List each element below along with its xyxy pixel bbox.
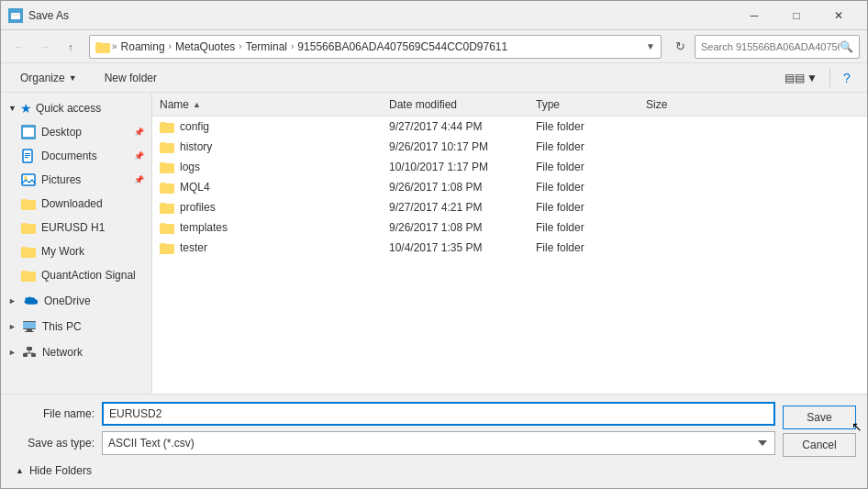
close-button[interactable]: ✕ [818,1,860,30]
svg-rect-6 [25,157,28,158]
search-input[interactable] [701,41,840,52]
svg-rect-15 [31,353,36,357]
sidebar-item-quantaction[interactable]: QuantAction Signal [1,263,151,287]
eurusd-folder-icon [21,221,36,234]
organize-button[interactable]: Organize ▼ [10,67,87,89]
maximize-button[interactable]: □ [775,1,818,30]
svg-rect-7 [22,174,35,185]
breadcrumb-folder-icon [95,40,110,53]
file-name-cell: tester [152,241,382,254]
table-row[interactable]: history 9/26/2017 10:17 PM File folder [152,137,867,157]
column-size[interactable]: Size [639,98,867,111]
pin-icon: 📌 [134,128,144,137]
file-name-cell: config [152,120,382,133]
new-folder-button[interactable]: New folder [95,67,167,89]
sidebar: ▼ ★ Quick access Desktop 📌 Documents [1,93,152,394]
sidebar-header-quick-access[interactable]: ▼ ★ Quick access [1,96,151,120]
forward-button[interactable]: → [34,36,56,58]
back-button[interactable]: ← [8,36,30,58]
up-button[interactable]: ↑ [60,36,82,58]
file-type-cell: File folder [529,241,639,254]
pin-icon-docs: 📌 [134,151,144,161]
breadcrumb-guid[interactable]: 915566BA06ADA407569C544CC0D97611 [295,40,509,53]
sidebar-item-pictures[interactable]: Pictures 📌 [1,168,151,192]
help-button[interactable]: ? [836,67,858,89]
sidebar-item-eurusd[interactable]: EURUSD H1 [1,216,151,239]
quantaction-folder-icon [21,269,36,282]
sidebar-item-onedrive[interactable]: ► OneDrive [1,289,151,313]
file-name-cell: templates [152,221,382,234]
quick-access-label: Quick access [36,102,101,115]
svg-rect-13 [27,347,32,350]
svg-rect-11 [27,329,32,331]
filename-input[interactable] [102,402,775,426]
sidebar-section-network: ► Network [1,340,151,364]
file-date-cell: 10/10/2017 1:17 PM [382,161,529,173]
svg-rect-14 [23,353,28,357]
file-date-cell: 10/4/2017 1:35 PM [382,241,529,254]
file-list-body: config 9/27/2017 4:44 PM File folder his… [152,117,867,394]
sidebar-section-onedrive: ► OneDrive [1,289,151,313]
file-date-cell: 9/27/2017 4:21 PM [382,201,529,214]
window-icon [8,8,23,23]
pictures-icon [21,172,36,187]
column-name[interactable]: Name ▲ [152,98,382,111]
sidebar-item-thispc[interactable]: ► This PC [1,315,151,339]
search-box[interactable]: 🔍 [695,35,860,59]
action-bar: Organize ▼ New folder ▤▤ ▼ ? [1,63,867,93]
search-icon: 🔍 [840,40,853,53]
table-row[interactable]: config 9/27/2017 4:44 PM File folder [152,117,867,137]
file-type-cell: File folder [529,120,639,133]
window-controls: ─ □ ✕ [733,1,860,30]
organize-dropdown-icon: ▼ [69,73,77,83]
sidebar-item-network[interactable]: ► Network [1,340,151,364]
main-content: ▼ ★ Quick access Desktop 📌 Documents [1,93,867,394]
column-type[interactable]: Type [529,98,639,111]
refresh-button[interactable]: ↻ [669,36,691,58]
svg-rect-4 [25,153,30,154]
table-row[interactable]: templates 9/26/2017 1:08 PM File folder [152,217,867,238]
breadcrumb-metaquotes[interactable]: MetaQuotes [173,40,237,53]
window-title: Save As [28,9,733,22]
onedrive-arrow-icon: ► [8,296,17,306]
minimize-button[interactable]: ─ [733,1,775,30]
table-row[interactable]: tester 10/4/2017 1:35 PM File folder [152,238,867,258]
file-name-cell: logs [152,161,382,173]
sidebar-item-documents[interactable]: Documents 📌 [1,144,151,168]
hide-folders-button[interactable]: ▲ Hide Folders [12,461,856,481]
sidebar-item-mywork[interactable]: My Work [1,239,151,263]
sidebar-item-downloaded[interactable]: Downloaded [1,192,151,216]
breadcrumb-bar[interactable]: » Roaming › MetaQuotes › Terminal › 9155… [89,35,662,59]
table-row[interactable]: MQL4 9/26/2017 1:08 PM File folder [152,177,867,197]
svg-rect-10 [23,322,36,328]
folder-icon [160,241,174,254]
file-type-cell: File folder [529,181,639,194]
breadcrumb-roaming[interactable]: Roaming [119,40,167,53]
svg-rect-5 [25,155,30,156]
table-row[interactable]: profiles 9/27/2017 4:21 PM File folder [152,197,867,217]
breadcrumb-dropdown-icon[interactable]: ▼ [646,41,655,51]
saveastype-row: Save as type: ASCII Text (*.csv) [12,431,775,455]
view-button[interactable]: ▤▤ ▼ [778,67,824,89]
save-button[interactable]: Save [783,406,856,429]
table-row[interactable]: logs 10/10/2017 1:17 PM File folder [152,157,867,177]
saveastype-select[interactable]: ASCII Text (*.csv) [102,431,775,455]
file-name-cell: profiles [152,201,382,214]
file-name-cell: history [152,140,382,153]
svg-rect-1 [23,128,34,135]
cancel-button[interactable]: Cancel [783,433,856,457]
thispc-arrow-icon: ► [8,322,17,331]
quick-access-arrow-icon: ▼ [8,104,17,113]
mywork-folder-icon [21,245,36,258]
column-date[interactable]: Date modified [382,98,529,111]
breadcrumb-terminal[interactable]: Terminal [244,40,289,53]
sidebar-section-quick-access: ▼ ★ Quick access Desktop 📌 Documents [1,96,151,287]
folder-icon [160,201,174,214]
downloaded-folder-icon [21,197,36,210]
pin-icon-pics: 📌 [134,175,144,184]
file-date-cell: 9/26/2017 1:08 PM [382,181,529,194]
navigation-toolbar: ← → ↑ » Roaming › MetaQuotes › Terminal … [1,30,867,63]
folder-icon [160,140,174,153]
sidebar-item-desktop[interactable]: Desktop 📌 [1,120,151,144]
quick-access-star-icon: ★ [20,101,32,116]
